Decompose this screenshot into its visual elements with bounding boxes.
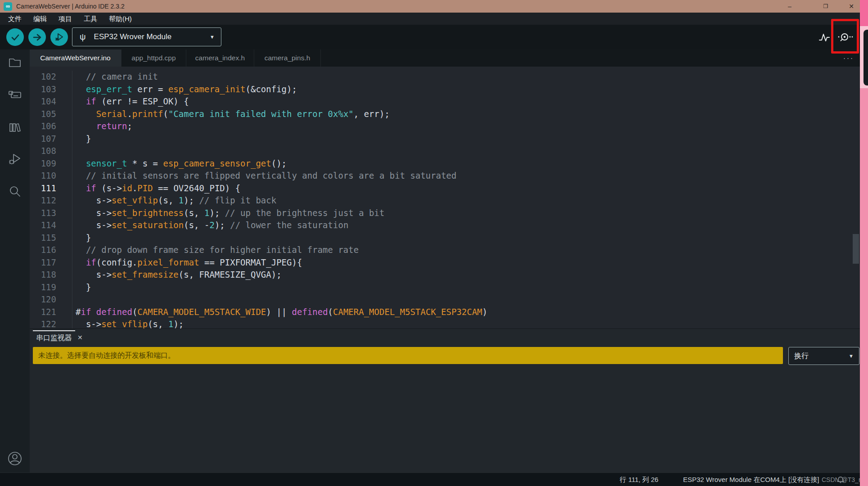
books-icon	[8, 121, 22, 134]
code-line-114: 114 s->set_saturation(s, -2); // lower t…	[30, 219, 868, 232]
code-line-120: 120	[30, 293, 868, 306]
serial-plotter-button[interactable]	[818, 31, 831, 44]
code-line-113: 113 s->set_brightness(s, 1); // up the b…	[30, 207, 868, 220]
tab-camerawebserver-ino[interactable]: CameraWebServer.ino	[30, 50, 121, 67]
code-text: if(config.pixel_format == PIXFORMAT_JPEG…	[72, 256, 302, 269]
menu-file[interactable]: 文件	[2, 13, 27, 25]
sidebar-item-account[interactable]	[7, 451, 22, 466]
sidebar-item-search[interactable]	[7, 184, 22, 199]
board-connection-status[interactable]: ESP32 Wrover Module 在COM4上 [没有连接]	[683, 473, 819, 486]
restore-button[interactable]: ❐	[817, 0, 835, 13]
sidebar-item-library-manager[interactable]	[7, 120, 22, 135]
menu-sketch[interactable]: 项目	[53, 13, 78, 25]
arduino-ide-window: ∞ CameraWebServer | Arduino IDE 2.3.2 – …	[0, 0, 868, 486]
line-ending-dropdown[interactable]: 换行 ▼	[788, 347, 859, 365]
arduino-logo-icon: ∞	[4, 2, 12, 11]
code-text: // initial sensors are flipped verticall…	[72, 170, 457, 182]
code-text: if (err != ESP_OK) {	[72, 95, 189, 108]
panel-tab-indicator	[33, 330, 75, 331]
line-number: 114	[30, 219, 72, 232]
code-line-118: 118 s->set_framesize(s, FRAMESIZE_QVGA);	[30, 269, 868, 281]
panel-close-icon[interactable]: ✕	[77, 334, 83, 341]
code-text	[72, 145, 76, 158]
bell-icon	[837, 475, 844, 483]
upload-button[interactable]	[28, 28, 46, 46]
code-text: }	[72, 133, 91, 145]
window-title: CameraWebServer | Arduino IDE 2.3.2	[16, 3, 125, 10]
tab-app-httpd-cpp[interactable]: app_httpd.cpp	[121, 50, 186, 67]
board-selector[interactable]: ψ ESP32 Wrover Module ▼	[72, 27, 221, 46]
sidebar-item-debug[interactable]	[7, 152, 22, 167]
usb-icon: ψ	[80, 32, 86, 42]
code-line-111: 111 if (s->id.PID == OV2640_PID) {	[30, 182, 868, 195]
code-editor[interactable]: 102 // camera init103 esp_err_t err = es…	[30, 67, 868, 328]
code-text: s->set_vflip(s, 1);	[72, 318, 184, 328]
sidebar-item-sketchbook[interactable]	[7, 55, 22, 70]
editor-tab-bar: CameraWebServer.ino app_httpd.cpp camera…	[30, 50, 868, 67]
line-number: 113	[30, 207, 72, 220]
line-number: 109	[30, 158, 72, 170]
menu-tools[interactable]: 工具	[78, 13, 103, 25]
code-line-102: 102 // camera init	[30, 71, 868, 83]
pink-strip-notch	[864, 30, 868, 86]
code-text: s->set_framesize(s, FRAMESIZE_QVGA);	[72, 269, 282, 281]
code-text: s->set_brightness(s, 1); // up the brigh…	[72, 207, 384, 220]
code-line-112: 112 s->set_vflip(s, 1); // flip it back	[30, 194, 868, 207]
code-text: esp_err_t err = esp_camera_init(&config)…	[72, 83, 297, 96]
bug-play-icon	[54, 32, 64, 42]
not-connected-warning: 未连接。选择要自动连接的开发板和端口。	[33, 347, 783, 364]
minimize-button[interactable]: –	[781, 0, 799, 13]
tab-camera-index-h[interactable]: camera_index.h	[186, 50, 254, 67]
line-number: 107	[30, 133, 72, 145]
code-text	[72, 293, 76, 306]
code-line-110: 110 // initial sensors are flipped verti…	[30, 170, 868, 182]
code-text: }	[72, 281, 91, 294]
code-line-109: 109 sensor_t * s = esp_camera_sensor_get…	[30, 158, 868, 170]
code-text: sensor_t * s = esp_camera_sensor_get();	[72, 158, 287, 170]
line-number: 106	[30, 120, 72, 133]
cursor-position: 行 111, 列 26	[620, 473, 658, 486]
line-number: 117	[30, 256, 72, 269]
serial-monitor-tab[interactable]: 串口监视器	[36, 333, 72, 343]
waveform-icon	[818, 31, 831, 44]
pink-strip-top	[860, 0, 868, 26]
code-line-115: 115 }	[30, 232, 868, 244]
code-line-116: 116 // drop down frame size for higher i…	[30, 244, 868, 256]
board-chip-icon	[8, 88, 22, 101]
line-number: 115	[30, 232, 72, 244]
code-text: // drop down frame size for higher initi…	[72, 244, 359, 256]
line-number: 111	[30, 182, 72, 195]
check-icon	[11, 33, 20, 42]
folder-icon	[8, 56, 22, 69]
code-text: // camera init	[72, 71, 158, 83]
line-ending-value: 换行	[794, 351, 809, 361]
code-line-121: 121#if defined(CAMERA_MODEL_M5STACK_WIDE…	[30, 306, 868, 319]
verify-button[interactable]	[6, 28, 24, 46]
editor-scrollbar-thumb[interactable]	[853, 234, 859, 264]
code-line-104: 104 if (err != ESP_OK) {	[30, 95, 868, 108]
code-line-107: 107 }	[30, 133, 868, 145]
line-number: 112	[30, 194, 72, 207]
board-selector-value: ESP32 Wrover Module	[94, 32, 172, 41]
tab-camera-pins-h[interactable]: camera_pins.h	[254, 50, 321, 67]
line-number: 122	[30, 318, 72, 328]
close-button[interactable]: ✕	[842, 0, 860, 13]
sidebar-item-boards-manager[interactable]	[7, 87, 22, 102]
debug-button[interactable]	[50, 28, 68, 46]
line-number: 120	[30, 293, 72, 306]
menu-bar: 文件 编辑 项目 工具 帮助(H)	[0, 13, 868, 25]
chevron-down-icon: ▼	[210, 34, 215, 40]
tabbar-overflow-button[interactable]: ···	[843, 54, 854, 62]
menu-edit[interactable]: 编辑	[27, 13, 53, 25]
menu-help[interactable]: 帮助(H)	[103, 13, 138, 25]
line-number: 110	[30, 170, 72, 182]
code-text: }	[72, 232, 91, 244]
code-line-105: 105 Serial.printf("Camera init failed wi…	[30, 108, 868, 121]
debug-bug-icon	[8, 152, 22, 166]
account-icon	[7, 451, 22, 466]
toolbar: ψ ESP32 Wrover Module ▼	[0, 25, 868, 50]
code-line-106: 106 return;	[30, 120, 868, 133]
line-number: 118	[30, 269, 72, 281]
line-number: 108	[30, 145, 72, 158]
code-line-119: 119 }	[30, 281, 868, 294]
